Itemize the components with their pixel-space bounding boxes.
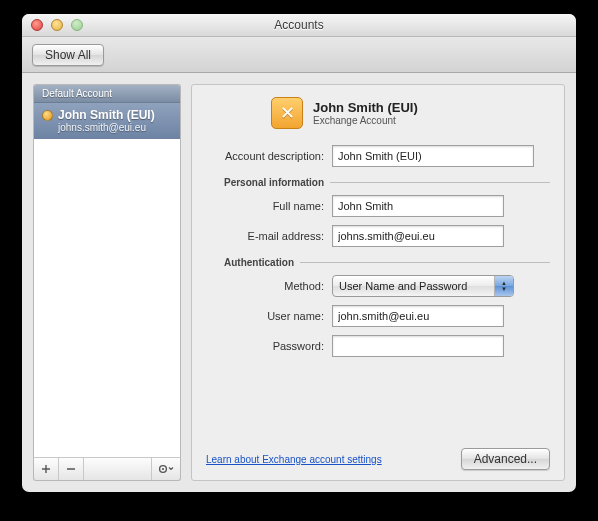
sidebar-account-item[interactable]: John Smith (EUI) johns.smith@eui.eu [34, 103, 180, 139]
sidebar-account-name: John Smith (EUI) [58, 108, 155, 122]
account-type-label: Exchange Account [313, 115, 418, 126]
accounts-sidebar: Default Account John Smith (EUI) johns.s… [33, 84, 181, 457]
titlebar: Accounts [22, 14, 576, 37]
add-account-button[interactable] [34, 458, 59, 480]
minimize-window-button[interactable] [51, 19, 63, 31]
divider [300, 262, 550, 263]
remove-account-button[interactable] [59, 458, 84, 480]
account-actions-button[interactable] [151, 458, 180, 480]
sidebar-section-header: Default Account [34, 85, 180, 103]
password-label: Password: [206, 340, 332, 352]
chevron-up-down-icon: ▲▼ [494, 276, 513, 296]
sidebar-account-email: johns.smith@eui.eu [58, 122, 172, 133]
account-description-label: Account description: [206, 150, 332, 162]
personal-info-section-label: Personal information [224, 177, 330, 188]
full-name-input[interactable] [332, 195, 504, 217]
authentication-section-label: Authentication [224, 257, 300, 268]
close-window-button[interactable] [31, 19, 43, 31]
account-title: John Smith (EUI) [313, 100, 418, 115]
email-input[interactable] [332, 225, 504, 247]
user-name-input[interactable] [332, 305, 504, 327]
window-title: Accounts [22, 18, 576, 32]
auth-method-value: User Name and Password [339, 280, 467, 292]
exchange-icon: ✕ [271, 97, 303, 129]
user-name-label: User name: [206, 310, 332, 322]
advanced-button[interactable]: Advanced... [461, 448, 550, 470]
method-label: Method: [206, 280, 332, 292]
sidebar-footer [33, 457, 181, 481]
learn-more-link[interactable]: Learn about Exchange account settings [206, 454, 382, 465]
password-input[interactable] [332, 335, 504, 357]
email-label: E-mail address: [206, 230, 332, 242]
toolbar: Show All [22, 37, 576, 73]
accounts-window: Accounts Show All Default Account John S… [22, 14, 576, 492]
account-description-input[interactable] [332, 145, 534, 167]
account-detail-panel: ✕ John Smith (EUI) Exchange Account Acco… [191, 84, 565, 481]
divider [330, 182, 550, 183]
zoom-window-button[interactable] [71, 19, 83, 31]
svg-point-1 [162, 468, 164, 470]
show-all-button[interactable]: Show All [32, 44, 104, 66]
full-name-label: Full name: [206, 200, 332, 212]
auth-method-select[interactable]: User Name and Password ▲▼ [332, 275, 514, 297]
status-dot-icon [42, 110, 53, 121]
